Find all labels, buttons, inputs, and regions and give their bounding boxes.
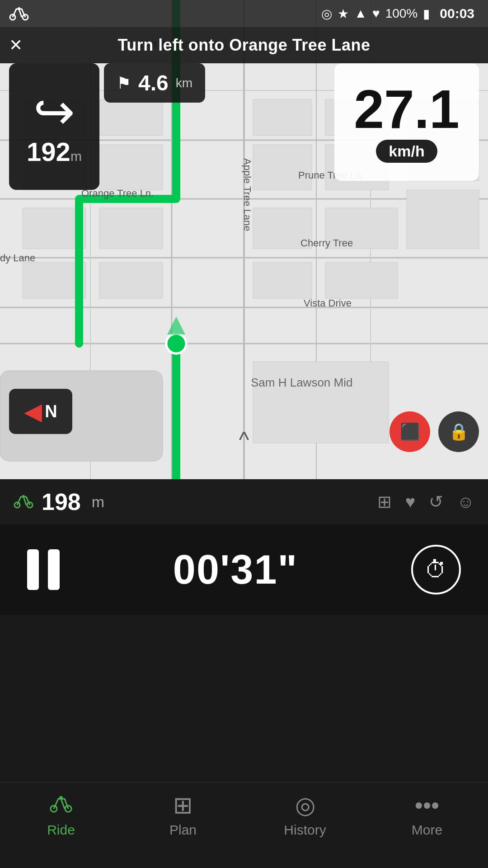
timer-display: 00'31" [173,547,298,593]
turn-distance-value: 192m [27,137,82,167]
more-icon: ••• [415,792,440,819]
location-icon: ◎ [321,6,332,21]
ride-icon [49,792,73,819]
svg-point-51 [59,796,63,800]
stats-bike-icon [14,491,33,513]
controls-bar: 00'31" ⏱ [0,524,488,615]
nav-label-history: History [284,822,326,838]
person-icon: ☺ [457,492,474,512]
compass: ◀ N [9,389,72,434]
svg-point-48 [22,495,25,498]
map-action-buttons: ⬛ 🔒 [389,411,479,452]
compass-arrow-icon: ◀ [24,398,42,425]
wifi-icon: ▲ [354,6,367,21]
svg-text:Vista Drive: Vista Drive [304,297,352,309]
workout-icon: ⊞ [377,492,392,512]
status-bar: ◎ ★ ▲ ♥ 100% ▮ 00:03 [0,0,488,27]
status-time: 00:03 [440,6,474,21]
app-icon [9,5,29,24]
svg-text:Apple Tree Lane: Apple Tree Lane [242,158,253,231]
refresh-icon: ↺ [429,492,443,512]
svg-rect-16 [99,145,163,190]
svg-text:dy Lane: dy Lane [0,252,35,264]
destination-unit: km [176,76,192,90]
heart-icon: ♥ [405,492,416,512]
svg-rect-31 [253,262,312,298]
svg-rect-21 [253,99,312,136]
instruction-bar: ✕ Turn left onto Orange Tree Lane [0,27,488,63]
status-icons: ◎ ★ ▲ ♥ 100% ▮ 00:03 [321,6,474,21]
close-button[interactable]: ✕ [9,36,23,55]
nav-label-plan: Plan [169,822,197,838]
svg-text:Sam H Lawson Mid: Sam H Lawson Mid [251,376,352,389]
signal-icon: ♥ [372,6,380,21]
stats-bar: 198 m ⊞ ♥ ↺ ☺ [0,479,488,524]
speed-value: 27.1 [354,82,460,136]
lock-button[interactable]: 🔒 [438,411,479,452]
svg-rect-25 [99,208,163,249]
pause-bar-right [48,549,60,590]
battery-percent: 100% [385,6,418,21]
history-icon: ◎ [295,792,315,819]
bottom-nav: Ride ⊞ Plan ◎ History ••• More [0,782,488,868]
destination-km: 4.6 [138,71,169,95]
nav-item-ride[interactable]: Ride [0,792,122,838]
lap-icon: ⏱ [425,557,447,583]
pause-bar-left [27,549,39,590]
nav-item-more[interactable]: ••• More [366,792,488,838]
destination-distance: ⚑ 4.6 km [104,63,205,103]
svg-rect-33 [253,362,389,443]
svg-point-36 [166,334,186,354]
nav-label-ride: Ride [47,822,75,838]
flag-icon: ⚑ [117,74,131,93]
stats-distance-unit: m [92,493,104,511]
battery-icon: ▮ [423,6,430,21]
pause-button[interactable] [27,549,60,590]
map-area[interactable]: North Blaney Ave. Orange Tree Ln. Apple … [0,0,488,479]
nav-item-history[interactable]: ◎ History [244,792,366,838]
stats-distance-value: 198 [42,488,81,515]
nav-label-more: More [412,822,442,838]
svg-rect-29 [99,262,163,298]
speed-unit: km/h [376,140,437,163]
svg-rect-22 [253,145,312,190]
stats-left: 198 m [14,488,104,515]
plan-icon: ⊞ [173,792,193,819]
stats-right: ⊞ ♥ ↺ ☺ [377,492,474,512]
chevron-up-icon[interactable]: ^ [239,427,249,452]
svg-text:Cherry Tree: Cherry Tree [300,237,353,249]
svg-point-2 [18,7,20,10]
turn-indicator: ↩ 192m [9,63,99,190]
stop-icon: ⬛ [400,422,420,441]
speed-panel: 27.1 km/h [334,63,479,181]
bluetooth-icon: ★ [338,6,349,21]
svg-rect-32 [325,262,398,298]
instruction-text: Turn left onto Orange Tree Lane [118,36,371,55]
stop-record-button[interactable]: ⬛ [389,411,430,452]
lap-button[interactable]: ⏱ [411,545,461,594]
lock-icon: 🔒 [449,422,469,441]
svg-rect-15 [99,99,163,136]
compass-north-label: N [45,402,57,421]
turn-arrow-icon: ↩ [33,87,75,137]
svg-rect-24 [407,190,479,249]
nav-item-plan[interactable]: ⊞ Plan [122,792,244,838]
